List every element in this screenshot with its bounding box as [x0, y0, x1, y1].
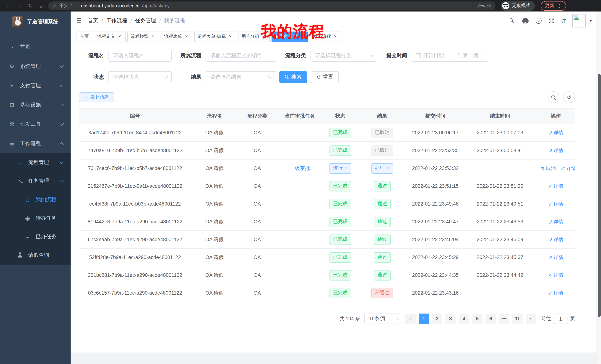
close-icon[interactable]: ×: [261, 34, 266, 39]
detail-link[interactable]: 详情: [548, 147, 563, 154]
tab-流程定义[interactable]: 流程定义×: [94, 31, 126, 42]
active-tab-dot: [275, 35, 278, 38]
refresh-button[interactable]: ↺: [563, 91, 575, 103]
show-search-button[interactable]: [548, 91, 559, 103]
bookmark-star-icon[interactable]: ☆: [486, 3, 491, 9]
cell-current-task: 一级审批: [277, 159, 323, 177]
tab-流程模型[interactable]: 流程模型×: [127, 31, 159, 42]
sidebar-item-devtools[interactable]: ⚒ 研发工具: [0, 115, 70, 134]
close-icon[interactable]: ×: [299, 34, 305, 39]
fullscreen-icon[interactable]: [549, 18, 554, 24]
avatar-caret-icon[interactable]: ▾: [590, 19, 592, 23]
detail-link[interactable]: 详情: [561, 165, 575, 172]
date-range-picker[interactable]: 开始日期 - 结束日期: [411, 50, 488, 62]
forward-icon[interactable]: →: [15, 0, 24, 11]
cell-result: 不通过: [357, 284, 407, 302]
tab-用户分组[interactable]: 用户分组×: [238, 31, 270, 42]
page-button-5[interactable]: 5: [472, 314, 482, 324]
close-icon[interactable]: ×: [150, 34, 156, 39]
prev-page-button[interactable]: ‹: [405, 314, 416, 324]
sidebar-item-process-mgmt[interactable]: ≣ 流程管理: [0, 153, 70, 172]
sidebar-item-done-tasks[interactable]: ⌣ 已办任务: [0, 228, 70, 246]
detail-link[interactable]: 详情: [548, 254, 563, 261]
close-icon[interactable]: ×: [333, 34, 338, 39]
sidebar-item-my-process[interactable]: ☺ 我的流程: [0, 190, 70, 209]
help-icon[interactable]: ?: [536, 18, 541, 24]
breadcrumb-workflow[interactable]: 工作流程: [106, 18, 127, 24]
yen-icon: ¥: [7, 83, 16, 89]
tab-发起流程[interactable]: 发起流程×: [310, 31, 341, 42]
sidebar-item-leave-query[interactable]: 请假查询: [0, 246, 70, 265]
name-filter-input[interactable]: 请输入流程名: [109, 50, 172, 62]
browser-update-button[interactable]: 更新 ⋮: [541, 1, 566, 10]
chevron-down-icon: [369, 53, 374, 57]
hamburger-icon[interactable]: ☰: [76, 17, 82, 25]
cancel-link[interactable]: 取消: [541, 165, 556, 172]
breadcrumb-task-mgmt[interactable]: 任务管理: [135, 18, 156, 24]
current-task-link[interactable]: 一级审批: [290, 165, 310, 171]
edit-icon: [561, 166, 565, 171]
search-button[interactable]: 搜索: [279, 71, 307, 83]
page-size-select[interactable]: 10条/页: [364, 314, 402, 324]
tab-流程表单[interactable]: 流程表单×: [161, 31, 192, 42]
close-icon[interactable]: ×: [117, 34, 122, 39]
page-button-4[interactable]: 4: [459, 314, 469, 324]
font-size-icon[interactable]: tT: [561, 18, 565, 24]
app-logo[interactable]: 芋道管理系统: [0, 11, 70, 32]
sidebar-item-system[interactable]: ⚙ 系统管理: [0, 57, 70, 76]
menu-dots-icon[interactable]: ⋮: [557, 3, 562, 8]
status-filter-select[interactable]: 请选择状态: [109, 71, 172, 83]
home-icon[interactable]: ⌂: [37, 0, 46, 11]
detail-link[interactable]: 详情: [548, 201, 563, 207]
detail-link[interactable]: 详情: [548, 183, 563, 189]
page-button-3[interactable]: 3: [445, 314, 456, 324]
sidebar-item-payment[interactable]: ¥ 支付管理: [0, 76, 70, 95]
sidebar-item-task-mgmt[interactable]: ⌥ 任务管理: [0, 172, 70, 190]
next-page-button[interactable]: ›: [526, 314, 536, 324]
briefcase-icon: ▤: [7, 140, 16, 147]
detail-link[interactable]: 详情: [548, 290, 563, 296]
create-process-button[interactable]: ＋ 发起流程: [79, 92, 114, 102]
reset-button[interactable]: ↺ 重置: [311, 71, 339, 83]
goto-label: 前往: [541, 315, 551, 322]
page-button-2[interactable]: 2: [432, 314, 442, 324]
page-ellipsis[interactable]: •••: [499, 314, 509, 324]
start-date-input[interactable]: 开始日期: [423, 52, 444, 59]
back-icon[interactable]: ←: [4, 0, 13, 11]
sidebar-item-todo-tasks[interactable]: ◉ 待办任务: [0, 209, 70, 228]
breadcrumb-home[interactable]: 首页: [88, 18, 98, 24]
cell-result: 通过: [357, 266, 407, 284]
security-label[interactable]: 不安全: [60, 3, 73, 9]
sidebar-item-home[interactable]: ◔ 首页: [0, 38, 70, 57]
category-filter-select[interactable]: 请选择流程分类: [311, 50, 377, 62]
end-date-input[interactable]: 结束日期: [457, 52, 478, 59]
tab-我的流程[interactable]: 我的流程×: [271, 31, 308, 42]
github-icon[interactable]: [522, 18, 529, 24]
detail-link[interactable]: 详情: [548, 129, 563, 136]
col-category: 流程分类: [238, 108, 277, 124]
definition-filter-input[interactable]: 请输入流程定义的编号: [206, 50, 276, 62]
page-button-6[interactable]: 6: [485, 314, 496, 324]
detail-link[interactable]: 详情: [548, 218, 563, 225]
reload-icon[interactable]: ↻: [26, 0, 35, 11]
page-button-1[interactable]: 1: [419, 314, 429, 324]
page-scrollbar[interactable]: [597, 11, 601, 364]
address-bar[interactable]: ⚠ 不安全 dashboard.yudao.iocoder.cn /bpm/ta…: [48, 1, 496, 10]
page-button-11[interactable]: 11: [512, 314, 523, 324]
tab-首页[interactable]: 首页: [77, 31, 92, 42]
avatar[interactable]: [572, 14, 586, 28]
sidebar-item-workflow[interactable]: ▤ 工作流程: [0, 134, 70, 153]
tab-流程表单-编辑[interactable]: 流程表单-编辑×: [194, 31, 236, 42]
search-icon[interactable]: [510, 18, 515, 24]
sidebar-item-infra[interactable]: ⊡ 基础设施: [0, 95, 70, 115]
detail-link[interactable]: 详情: [548, 272, 563, 278]
result-filter-select[interactable]: 请选择流结果: [206, 71, 276, 83]
list-icon: ≣: [16, 159, 25, 166]
detail-link[interactable]: 详情: [548, 236, 563, 243]
scrollbar-thumb[interactable]: [598, 74, 601, 317]
password-key-icon[interactable]: [478, 4, 484, 7]
goto-page-input[interactable]: [553, 314, 568, 324]
close-icon[interactable]: ×: [228, 34, 233, 39]
edit-icon: [548, 255, 552, 259]
close-icon[interactable]: ×: [184, 34, 189, 39]
